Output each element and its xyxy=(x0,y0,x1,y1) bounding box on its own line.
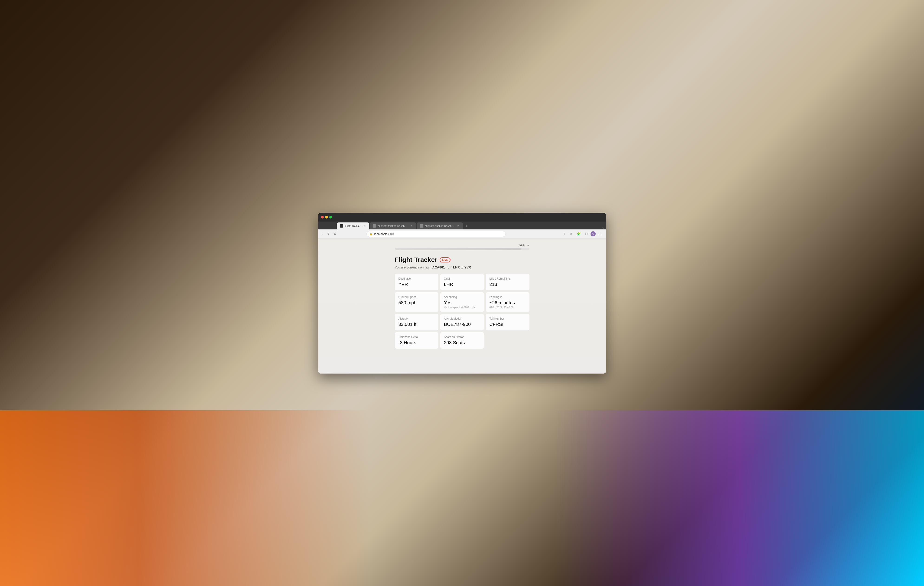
maximize-button[interactable] xyxy=(329,216,332,219)
card-destination: Destination YVR xyxy=(395,274,439,290)
card-value-tail: CFRSI xyxy=(490,322,526,327)
subtitle-prefix: You are currently on flight xyxy=(395,265,431,269)
user-avatar[interactable]: U xyxy=(591,231,596,237)
progress-percent: 94% xyxy=(518,243,525,247)
card-value-origin: LHR xyxy=(444,282,480,287)
reload-button[interactable]: ↻ xyxy=(332,231,338,237)
card-label-miles: Miles Remaining xyxy=(490,277,526,280)
share-button[interactable]: ⬆ xyxy=(561,231,567,237)
card-value-speed: 580 mph xyxy=(398,300,435,305)
card-altitude: Altitude 33,001 ft xyxy=(395,314,439,330)
bookmark-button[interactable]: ☆ xyxy=(568,231,574,237)
split-view-button[interactable]: ⊟ xyxy=(584,231,589,237)
new-tab-button[interactable]: + xyxy=(464,222,469,229)
tab-favicon xyxy=(420,224,423,228)
card-tail-number: Tail Number CFRSI xyxy=(486,314,530,330)
app-title: Flight Tracker xyxy=(395,256,437,263)
card-miles-remaining: Miles Remaining 213 xyxy=(486,274,530,290)
traffic-lights xyxy=(321,216,332,219)
subtitle-to: to xyxy=(461,265,464,269)
address-input-container[interactable]: 🔒 localhost:3000 xyxy=(366,231,506,237)
tab-close-button[interactable]: ✕ xyxy=(457,224,460,228)
app-header: Flight Tracker LIVE xyxy=(395,256,530,263)
card-label-seats: Seats on Aircraft xyxy=(444,335,480,339)
close-button[interactable] xyxy=(321,216,324,219)
content-inner: 94% → Flight Tracker LIVE You are curren… xyxy=(390,243,534,349)
card-value-destination: YVR xyxy=(398,282,435,287)
live-badge: LIVE xyxy=(440,257,450,262)
card-value-altitude: 33,001 ft xyxy=(398,322,435,327)
tab-dashboard-2[interactable]: alij/flight-tracker: Dashboard f... ✕ xyxy=(417,222,463,229)
card-value-miles: 213 xyxy=(490,282,526,287)
origin-code-inline: LHR xyxy=(453,265,460,269)
card-sub-ascending: Vertical speed: 0.0909 mph xyxy=(444,306,480,309)
cards-grid: Destination YVR Origin LHR Miles Remaini… xyxy=(395,274,530,349)
tab-title: alij/flight-tracker: Dashboard f... xyxy=(378,225,408,227)
back-button[interactable]: ‹ xyxy=(321,231,325,237)
progress-arrow: → xyxy=(526,243,530,247)
tab-bar: ✈ Flight Tracker ✕ alij/flight-tracker: … xyxy=(318,222,606,229)
flight-number: ACA861 xyxy=(432,265,445,269)
card-label-destination: Destination xyxy=(398,277,435,280)
card-seats: Seats on Aircraft 298 Seats xyxy=(440,332,484,349)
progress-bar-fill xyxy=(395,248,521,250)
card-label-altitude: Altitude xyxy=(398,317,435,320)
card-ascending: Ascending Yes Vertical speed: 0.0909 mph xyxy=(440,292,484,312)
card-origin: Origin LHR xyxy=(440,274,484,290)
destination-code-inline: YVR xyxy=(464,265,471,269)
card-landing-in: Landing in ~26 minutes 07/11/2022, 23:48… xyxy=(486,292,530,312)
tab-close-button[interactable]: ✕ xyxy=(363,224,366,228)
subtitle-from: from xyxy=(446,265,452,269)
minimize-button[interactable] xyxy=(325,216,328,219)
tab-flight-tracker[interactable]: ✈ Flight Tracker ✕ xyxy=(337,222,369,229)
card-value-ascending: Yes xyxy=(444,300,480,305)
card-ground-speed: Ground Speed 580 mph xyxy=(395,292,439,312)
card-label-landing: Landing in xyxy=(490,295,526,299)
tab-favicon: ✈ xyxy=(340,224,343,228)
tab-dashboard-1[interactable]: alij/flight-tracker: Dashboard f... ✕ xyxy=(370,222,416,229)
browser-window: ✈ Flight Tracker ✕ alij/flight-tracker: … xyxy=(318,213,606,374)
extensions-button[interactable]: 🧩 xyxy=(576,231,582,237)
progress-bar-container xyxy=(395,248,530,250)
card-value-timezone: -8 Hours xyxy=(398,340,435,345)
tab-title: alij/flight-tracker: Dashboard f... xyxy=(425,225,455,227)
flight-subtitle: You are currently on flight ACA861 from … xyxy=(395,265,530,269)
lock-icon: 🔒 xyxy=(370,232,373,235)
page-content: 94% → Flight Tracker LIVE You are curren… xyxy=(318,239,606,374)
card-timezone-delta: Timezone Delta -8 Hours xyxy=(395,332,439,349)
browser-actions: ⬆ ☆ 🧩 ⊟ U ⋮ xyxy=(561,231,603,237)
tab-dropdown-button[interactable]: ⌄ xyxy=(600,226,606,229)
card-aircraft-model: Aircraft Model BOE787-900 xyxy=(440,314,484,330)
progress-section: 94% → xyxy=(395,243,530,250)
card-label-tail: Tail Number xyxy=(490,317,526,320)
card-label-speed: Ground Speed xyxy=(398,295,435,299)
card-label-timezone: Timezone Delta xyxy=(398,335,435,339)
address-display[interactable]: localhost:3000 xyxy=(374,232,503,236)
card-sub-landing: 07/11/2022, 23:48:00 xyxy=(490,306,526,309)
card-label-model: Aircraft Model xyxy=(444,317,480,320)
card-value-seats: 298 Seats xyxy=(444,340,480,345)
address-bar: ‹ › ↻ 🔒 localhost:3000 ⬆ ☆ 🧩 ⊟ U ⋮ xyxy=(318,229,606,239)
card-value-landing: ~26 minutes xyxy=(490,300,526,305)
tab-close-button[interactable]: ✕ xyxy=(410,224,413,228)
tab-favicon xyxy=(373,224,376,228)
progress-label: 94% → xyxy=(518,243,530,247)
card-label-origin: Origin xyxy=(444,277,480,280)
card-label-ascending: Ascending xyxy=(444,295,480,299)
menu-button[interactable]: ⋮ xyxy=(597,231,603,237)
title-bar xyxy=(318,213,606,222)
forward-button[interactable]: › xyxy=(327,231,330,237)
tab-title: Flight Tracker xyxy=(345,225,361,227)
card-value-model: BOE787-900 xyxy=(444,322,480,327)
